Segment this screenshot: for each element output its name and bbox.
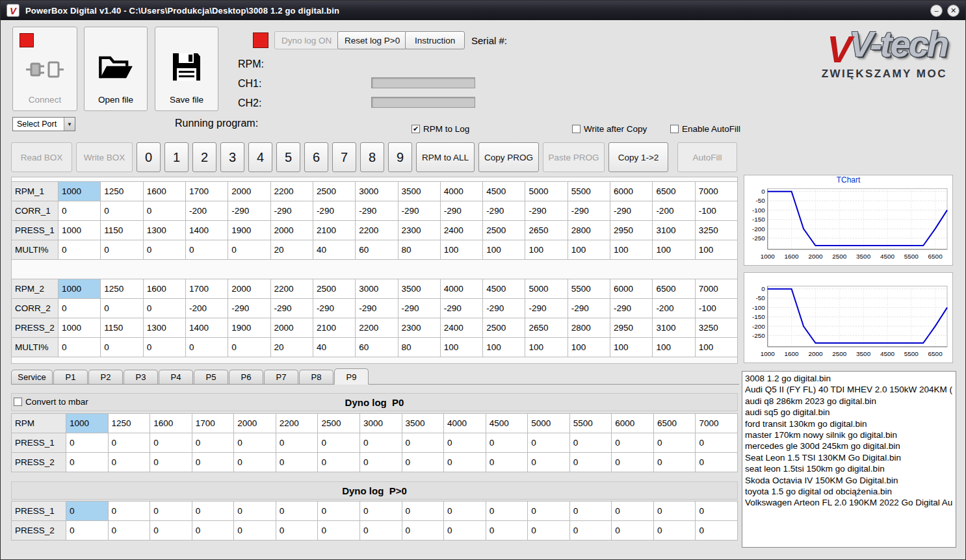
grid-cell[interactable]: 2100	[313, 221, 355, 240]
grid-cell[interactable]: 0	[696, 453, 738, 472]
grid-cell[interactable]: 1700	[185, 182, 228, 201]
grid-cell[interactable]: 3000	[359, 414, 402, 433]
grid-cell[interactable]: 2500	[483, 221, 525, 240]
grid-cell[interactable]: 0	[653, 502, 696, 521]
copy-1-to-2-button[interactable]: Copy 1->2	[608, 142, 668, 172]
tab-p8[interactable]: P8	[299, 370, 333, 384]
tab-p5[interactable]: P5	[194, 370, 228, 384]
grid-cell[interactable]: 1300	[143, 318, 185, 338]
grid-cell[interactable]: 2400	[440, 318, 482, 338]
grid-cell[interactable]: 40	[313, 338, 355, 357]
grid-cell[interactable]: 0	[108, 453, 150, 472]
grid-cell[interactable]: 0	[612, 453, 654, 472]
file-list-item[interactable]: Seat Leon 1.5 TSI 130KM Go Digital.bin	[742, 452, 956, 463]
tab-p1[interactable]: P1	[53, 370, 88, 384]
grid-cell[interactable]: 80	[398, 338, 440, 357]
grid-cell[interactable]: 0	[486, 433, 528, 453]
grid-cell[interactable]: 3500	[398, 182, 440, 201]
file-list-item[interactable]: master 170km nowy silnik go digital.bin	[742, 429, 956, 440]
grid-cell[interactable]: 0	[66, 521, 109, 541]
grid-cell[interactable]: 0	[359, 433, 402, 453]
grid-cell[interactable]: 2200	[356, 221, 398, 240]
grid-cell[interactable]: 0	[569, 521, 612, 541]
grid-cell[interactable]: 1700	[192, 414, 234, 433]
grid-cell[interactable]: 1600	[143, 279, 185, 299]
tab-p7[interactable]: P7	[264, 370, 298, 384]
grid-cell[interactable]: 3100	[653, 221, 695, 240]
grid-cell[interactable]: 0	[108, 502, 150, 521]
grid-cell[interactable]: 1150	[101, 318, 143, 338]
grid-cell[interactable]: 100	[440, 240, 482, 260]
grid-cell[interactable]: 0	[228, 338, 270, 357]
grid-cell[interactable]: 2400	[440, 221, 482, 240]
grid-cell[interactable]: 2200	[270, 279, 313, 299]
grid-cell[interactable]: 0	[318, 433, 360, 453]
grid-cell[interactable]: 5000	[528, 414, 570, 433]
grid-cell[interactable]: 0	[143, 299, 185, 318]
grid-cell[interactable]: 100	[440, 338, 482, 357]
grid-cell[interactable]: -290	[483, 299, 525, 318]
grid-cell[interactable]: -290	[313, 201, 355, 221]
grid-cell[interactable]: 0	[402, 521, 444, 541]
program-button-9[interactable]: 9	[388, 142, 412, 172]
grid-cell[interactable]: 5500	[568, 182, 610, 201]
grid-cell[interactable]: 100	[568, 240, 610, 260]
file-list-item[interactable]: seat leon 1.5tsi 150km go digital.bin	[742, 463, 956, 474]
grid-cell[interactable]: 100	[695, 338, 737, 357]
file-list-item[interactable]: 3008 1.2 go digital.bin	[742, 373, 956, 384]
grid-cell[interactable]: 0	[66, 433, 109, 453]
grid-cell[interactable]: 0	[59, 299, 101, 318]
grid-cell[interactable]: 0	[150, 521, 192, 541]
grid-cell[interactable]: 0	[486, 502, 528, 521]
grid-cell[interactable]: 100	[653, 240, 695, 260]
grid-cell[interactable]: 2000	[234, 414, 276, 433]
grid-cell[interactable]: 2500	[313, 279, 355, 299]
grid-cell[interactable]: 1000	[59, 279, 101, 299]
grid-cell[interactable]: 0	[696, 433, 738, 453]
grid-cell[interactable]: -290	[270, 299, 313, 318]
grid-cell[interactable]: 1900	[228, 221, 270, 240]
grid-cell[interactable]: 1150	[101, 221, 143, 240]
open-file-button[interactable]: Open file	[84, 27, 148, 111]
grid-cell[interactable]: 0	[569, 433, 612, 453]
grid-cell[interactable]: -290	[356, 299, 398, 318]
grid-cell[interactable]: 0	[486, 453, 528, 472]
program-button-5[interactable]: 5	[276, 142, 300, 172]
grid-cell[interactable]: 0	[234, 453, 276, 472]
grid-cell[interactable]: 6000	[612, 414, 654, 433]
grid-cell[interactable]: 3500	[398, 279, 440, 299]
grid-cell[interactable]: 100	[483, 338, 525, 357]
grid-cell[interactable]: 2800	[568, 318, 610, 338]
grid-cell[interactable]: 1400	[185, 221, 228, 240]
tab-p6[interactable]: P6	[229, 370, 263, 384]
grid-cell[interactable]: 6500	[653, 182, 695, 201]
grid-cell[interactable]: -200	[653, 201, 695, 221]
grid-cell[interactable]: 0	[359, 521, 402, 541]
grid-cell[interactable]: -290	[610, 201, 653, 221]
grid-cell[interactable]: 0	[59, 240, 101, 260]
connect-button[interactable]: Connect	[12, 27, 77, 111]
grid-cell[interactable]: 1000	[59, 221, 101, 240]
program-button-4[interactable]: 4	[248, 142, 272, 172]
grid-cell[interactable]: 4500	[486, 414, 528, 433]
file-list-item[interactable]: audi sq5 go digital.bin	[742, 407, 956, 418]
grid-cell[interactable]: 1000	[59, 318, 101, 338]
grid-cell[interactable]: -100	[695, 201, 737, 221]
grid-cell[interactable]: 0	[276, 433, 318, 453]
select-port-combobox[interactable]: Select Port ▼	[12, 117, 75, 131]
grid-cell[interactable]: 1900	[228, 318, 270, 338]
rpm-to-all-button[interactable]: RPM to ALL	[416, 142, 475, 172]
grid-cell[interactable]: 0	[143, 240, 185, 260]
write-box-button[interactable]: Write BOX	[76, 142, 133, 172]
grid-cell[interactable]: 3000	[356, 182, 398, 201]
grid-cell[interactable]: 0	[59, 201, 101, 221]
tab-p2[interactable]: P2	[88, 370, 123, 384]
grid-cell[interactable]: 1250	[101, 182, 143, 201]
minimize-button[interactable]: –	[930, 5, 943, 17]
grid-cell[interactable]: -290	[483, 201, 525, 221]
grid-cell[interactable]: 0	[66, 502, 109, 521]
grid-cell[interactable]: 0	[612, 502, 654, 521]
instruction-button[interactable]: Instruction	[405, 31, 465, 49]
file-list-item[interactable]: toyota 1.5 go digital od obciążenia.bin	[742, 486, 956, 497]
grid-cell[interactable]: 2650	[525, 221, 568, 240]
